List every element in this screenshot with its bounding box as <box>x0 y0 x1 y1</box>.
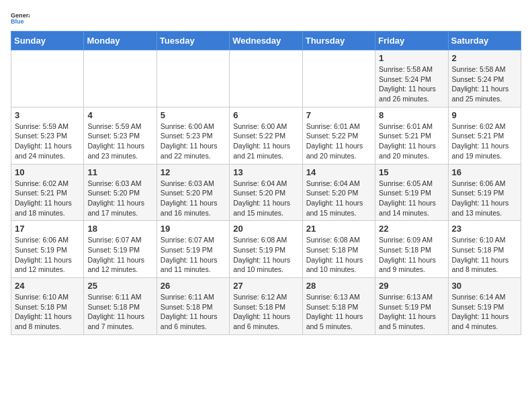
calendar-cell: 6Sunrise: 6:00 AM Sunset: 5:22 PM Daylig… <box>230 107 302 164</box>
calendar-cell <box>302 50 375 107</box>
day-number: 26 <box>161 281 226 291</box>
calendar-cell: 3Sunrise: 5:59 AM Sunset: 5:23 PM Daylig… <box>11 107 84 164</box>
column-header-tuesday: Tuesday <box>157 32 229 50</box>
day-info: Sunrise: 6:01 AM Sunset: 5:21 PM Dayligh… <box>379 122 444 161</box>
day-info: Sunrise: 6:11 AM Sunset: 5:18 PM Dayligh… <box>87 292 152 332</box>
calendar-cell: 29Sunrise: 6:13 AM Sunset: 5:19 PM Dayli… <box>375 278 448 335</box>
day-info: Sunrise: 6:04 AM Sunset: 5:20 PM Dayligh… <box>306 179 371 218</box>
day-number: 10 <box>15 167 80 177</box>
svg-text:Blue: Blue <box>11 18 24 25</box>
calendar-cell: 14Sunrise: 6:04 AM Sunset: 5:20 PM Dayli… <box>302 164 375 221</box>
day-info: Sunrise: 5:59 AM Sunset: 5:23 PM Dayligh… <box>87 122 152 161</box>
header: General Blue <box>11 11 521 26</box>
day-number: 18 <box>87 224 152 234</box>
calendar-cell: 7Sunrise: 6:01 AM Sunset: 5:22 PM Daylig… <box>302 107 375 164</box>
day-info: Sunrise: 6:13 AM Sunset: 5:18 PM Dayligh… <box>306 292 371 332</box>
calendar-cell: 5Sunrise: 6:00 AM Sunset: 5:23 PM Daylig… <box>157 107 229 164</box>
calendar-cell: 24Sunrise: 6:10 AM Sunset: 5:18 PM Dayli… <box>11 278 84 335</box>
day-number: 9 <box>452 110 517 120</box>
day-number: 15 <box>379 167 444 177</box>
day-info: Sunrise: 5:59 AM Sunset: 5:23 PM Dayligh… <box>15 122 80 161</box>
day-info: Sunrise: 6:02 AM Sunset: 5:21 PM Dayligh… <box>15 179 80 218</box>
day-info: Sunrise: 6:03 AM Sunset: 5:20 PM Dayligh… <box>87 179 152 218</box>
calendar-cell: 8Sunrise: 6:01 AM Sunset: 5:21 PM Daylig… <box>375 107 448 164</box>
column-header-saturday: Saturday <box>448 32 521 50</box>
logo: General Blue <box>11 11 52 26</box>
day-number: 19 <box>161 224 226 234</box>
day-number: 27 <box>233 281 298 291</box>
day-info: Sunrise: 6:07 AM Sunset: 5:19 PM Dayligh… <box>161 235 226 275</box>
day-number: 7 <box>306 110 371 120</box>
calendar-cell: 28Sunrise: 6:13 AM Sunset: 5:18 PM Dayli… <box>302 278 375 335</box>
calendar-week-1: 1Sunrise: 5:58 AM Sunset: 5:24 PM Daylig… <box>11 50 521 107</box>
day-info: Sunrise: 6:06 AM Sunset: 5:19 PM Dayligh… <box>452 179 517 218</box>
calendar-cell <box>230 50 302 107</box>
calendar-cell: 25Sunrise: 6:11 AM Sunset: 5:18 PM Dayli… <box>84 278 157 335</box>
calendar-cell: 27Sunrise: 6:12 AM Sunset: 5:18 PM Dayli… <box>230 278 302 335</box>
day-number: 1 <box>379 53 444 63</box>
day-number: 3 <box>15 110 80 120</box>
day-number: 14 <box>306 167 371 177</box>
column-header-thursday: Thursday <box>302 32 375 50</box>
day-number: 8 <box>379 110 444 120</box>
day-number: 21 <box>306 224 371 234</box>
calendar-cell: 21Sunrise: 6:08 AM Sunset: 5:18 PM Dayli… <box>302 221 375 278</box>
day-number: 20 <box>233 224 298 234</box>
day-info: Sunrise: 6:10 AM Sunset: 5:18 PM Dayligh… <box>15 292 80 332</box>
day-number: 16 <box>452 167 517 177</box>
calendar-cell <box>157 50 229 107</box>
day-info: Sunrise: 6:11 AM Sunset: 5:18 PM Dayligh… <box>161 292 226 332</box>
day-number: 11 <box>87 167 152 177</box>
day-info: Sunrise: 6:09 AM Sunset: 5:18 PM Dayligh… <box>379 235 444 275</box>
calendar-cell: 23Sunrise: 6:10 AM Sunset: 5:18 PM Dayli… <box>448 221 521 278</box>
day-number: 17 <box>15 224 80 234</box>
calendar-cell: 17Sunrise: 6:06 AM Sunset: 5:19 PM Dayli… <box>11 221 84 278</box>
day-number: 23 <box>452 224 517 234</box>
column-header-sunday: Sunday <box>11 32 84 50</box>
calendar-cell: 16Sunrise: 6:06 AM Sunset: 5:19 PM Dayli… <box>448 164 521 221</box>
calendar-body: 1Sunrise: 5:58 AM Sunset: 5:24 PM Daylig… <box>11 50 521 335</box>
calendar-cell: 13Sunrise: 6:04 AM Sunset: 5:20 PM Dayli… <box>230 164 302 221</box>
calendar-cell <box>11 50 84 107</box>
day-number: 30 <box>452 281 517 291</box>
day-number: 6 <box>233 110 298 120</box>
column-header-wednesday: Wednesday <box>230 32 302 50</box>
day-number: 12 <box>161 167 226 177</box>
day-number: 13 <box>233 167 298 177</box>
calendar-cell: 15Sunrise: 6:05 AM Sunset: 5:19 PM Dayli… <box>375 164 448 221</box>
day-info: Sunrise: 6:12 AM Sunset: 5:18 PM Dayligh… <box>233 292 298 332</box>
calendar-cell <box>84 50 157 107</box>
day-info: Sunrise: 6:02 AM Sunset: 5:21 PM Dayligh… <box>452 122 517 161</box>
calendar-cell: 26Sunrise: 6:11 AM Sunset: 5:18 PM Dayli… <box>157 278 229 335</box>
day-number: 25 <box>87 281 152 291</box>
calendar-table: SundayMondayTuesdayWednesdayThursdayFrid… <box>11 31 521 335</box>
column-header-monday: Monday <box>84 32 157 50</box>
day-info: Sunrise: 6:08 AM Sunset: 5:18 PM Dayligh… <box>306 235 371 275</box>
day-info: Sunrise: 6:08 AM Sunset: 5:19 PM Dayligh… <box>233 235 298 275</box>
calendar-cell: 2Sunrise: 5:58 AM Sunset: 5:24 PM Daylig… <box>448 50 521 107</box>
calendar-cell: 11Sunrise: 6:03 AM Sunset: 5:20 PM Dayli… <box>84 164 157 221</box>
day-info: Sunrise: 6:10 AM Sunset: 5:18 PM Dayligh… <box>452 235 517 275</box>
day-number: 22 <box>379 224 444 234</box>
calendar-cell: 22Sunrise: 6:09 AM Sunset: 5:18 PM Dayli… <box>375 221 448 278</box>
calendar-header-row: SundayMondayTuesdayWednesdayThursdayFrid… <box>11 32 521 50</box>
calendar-cell: 10Sunrise: 6:02 AM Sunset: 5:21 PM Dayli… <box>11 164 84 221</box>
calendar-cell: 1Sunrise: 5:58 AM Sunset: 5:24 PM Daylig… <box>375 50 448 107</box>
calendar-cell: 9Sunrise: 6:02 AM Sunset: 5:21 PM Daylig… <box>448 107 521 164</box>
calendar-cell: 30Sunrise: 6:14 AM Sunset: 5:19 PM Dayli… <box>448 278 521 335</box>
day-info: Sunrise: 6:00 AM Sunset: 5:22 PM Dayligh… <box>233 122 298 161</box>
day-info: Sunrise: 6:13 AM Sunset: 5:19 PM Dayligh… <box>379 292 444 332</box>
calendar-cell: 12Sunrise: 6:03 AM Sunset: 5:20 PM Dayli… <box>157 164 229 221</box>
day-number: 2 <box>452 53 517 63</box>
calendar-week-4: 17Sunrise: 6:06 AM Sunset: 5:19 PM Dayli… <box>11 221 521 278</box>
day-info: Sunrise: 5:58 AM Sunset: 5:24 PM Dayligh… <box>452 64 517 104</box>
column-header-friday: Friday <box>375 32 448 50</box>
day-number: 29 <box>379 281 444 291</box>
calendar-week-5: 24Sunrise: 6:10 AM Sunset: 5:18 PM Dayli… <box>11 278 521 335</box>
calendar-week-2: 3Sunrise: 5:59 AM Sunset: 5:23 PM Daylig… <box>11 107 521 164</box>
day-info: Sunrise: 6:06 AM Sunset: 5:19 PM Dayligh… <box>15 235 80 275</box>
day-number: 5 <box>161 110 226 120</box>
calendar-cell: 20Sunrise: 6:08 AM Sunset: 5:19 PM Dayli… <box>230 221 302 278</box>
day-info: Sunrise: 5:58 AM Sunset: 5:24 PM Dayligh… <box>379 64 444 104</box>
calendar-cell: 18Sunrise: 6:07 AM Sunset: 5:19 PM Dayli… <box>84 221 157 278</box>
